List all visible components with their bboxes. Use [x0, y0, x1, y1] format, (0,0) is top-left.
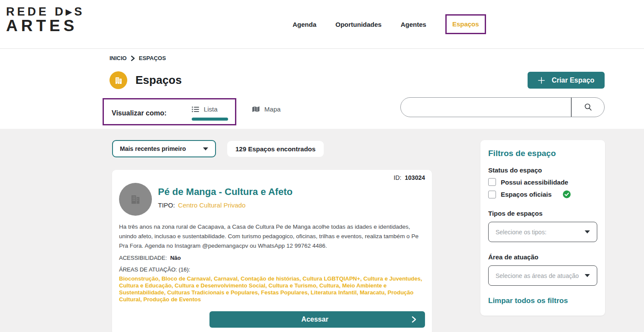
chevron-right-icon: [131, 55, 135, 61]
breadcrumb: INICIO ESPAÇOS: [109, 55, 605, 61]
acessar-button[interactable]: Acessar: [209, 311, 425, 328]
tab-lista[interactable]: Lista: [192, 105, 228, 121]
espaco-type-label: TIPO:: [158, 201, 175, 209]
annotation-highlight-view-toggle: Visualizar como: Lista: [103, 98, 236, 125]
checkbox-label: Possui acessibilidade: [501, 179, 568, 186]
nav-item-oportunidades[interactable]: Oportunidades: [335, 21, 382, 28]
areas-label: ÁREAS DE ATUAÇÃO: (16):: [119, 266, 425, 273]
plus-icon: [538, 77, 545, 84]
breadcrumb-home[interactable]: INICIO: [109, 55, 127, 61]
types-select-placeholder: Selecione os tipos:: [496, 229, 547, 236]
accessibility-label: ACESSIBILIDADE:: [119, 255, 167, 261]
types-section-label: Tipos de espaços: [488, 210, 597, 217]
page-title: Espaços: [135, 73, 182, 87]
results-count-badge: 129 Espaços encontrados: [227, 141, 324, 157]
nav-item-espacos[interactable]: Espaços: [452, 20, 479, 28]
create-espaco-label: Criar Espaço: [552, 77, 595, 84]
view-toggle-label: Visualizar como:: [112, 109, 167, 117]
content-area: Mais recentes primeiro 129 Espaços encon…: [0, 129, 644, 332]
sort-dropdown[interactable]: Mais recentes primeiro: [112, 140, 216, 157]
sort-dropdown-value: Mais recentes primeiro: [120, 145, 186, 152]
accessibility-value: Não: [170, 255, 181, 261]
search-input[interactable]: [401, 98, 571, 117]
list-icon: [192, 106, 200, 112]
area-select-placeholder: Selecione as áreas de atuação: [496, 272, 579, 279]
area-section-label: Área de atuação: [488, 253, 597, 261]
tab-mapa-label: Mapa: [264, 105, 281, 113]
annotation-highlight-espacos: Espaços: [445, 14, 486, 34]
espacos-page-icon: [109, 71, 127, 89]
espaco-type-value[interactable]: Centro Cultural Privado: [178, 201, 245, 209]
chevron-right-icon: [412, 316, 416, 323]
chevron-down-icon: [585, 274, 590, 277]
area-select[interactable]: Selecione as áreas de atuação: [488, 265, 597, 286]
chevron-down-icon: [585, 230, 590, 233]
search-bar: [400, 97, 605, 117]
top-header: REDE D▸S ARTES Agenda Oportunidades Agen…: [0, 0, 644, 49]
clear-filters-link[interactable]: Limpar todos os filtros: [488, 297, 597, 305]
nav-item-agenda[interactable]: Agenda: [293, 21, 316, 28]
logo-line1: REDE D▸S: [6, 5, 85, 18]
types-select[interactable]: Selecione os tipos:: [488, 222, 597, 242]
breadcrumb-current: ESPAÇOS: [139, 55, 166, 61]
espaco-id-label: ID:: [394, 174, 402, 181]
sort-row: Mais recentes primeiro 129 Espaços encon…: [112, 140, 432, 157]
active-tab-underline: [192, 118, 228, 121]
espaco-card-header: Pé de Manga - Cultura e Afeto TIPO: Cent…: [119, 183, 425, 216]
map-icon: [252, 106, 260, 112]
filter-espacos-oficiais[interactable]: Espaços oficiais: [488, 190, 597, 198]
checkbox-espacos-oficiais[interactable]: [488, 191, 496, 198]
tab-mapa[interactable]: Mapa: [252, 105, 281, 113]
filters-title: Filtros de espaço: [488, 149, 597, 158]
areas-links[interactable]: Bioconstrução, Bloco de Carnaval, Carnav…: [119, 275, 425, 303]
title-row: Espaços Criar Espaço: [109, 71, 605, 89]
filters-panel: Filtros de espaço Status do espaço Possu…: [480, 140, 605, 316]
page-header-section: INICIO ESPAÇOS Espaços Criar Espaço: [0, 49, 644, 129]
chevron-down-icon: [203, 147, 208, 150]
checkbox-possui-acessibilidade[interactable]: [488, 178, 496, 186]
site-logo[interactable]: REDE D▸S ARTES: [6, 5, 85, 34]
espaco-avatar: [119, 183, 152, 216]
results-column: Mais recentes primeiro 129 Espaços encon…: [112, 140, 432, 332]
espaco-accessibility: ACESSIBILIDADE: Não: [119, 255, 425, 261]
logo-line2: ARTES: [6, 18, 85, 34]
create-espaco-button[interactable]: Criar Espaço: [528, 72, 605, 89]
search-button[interactable]: [571, 98, 604, 117]
espaco-id-value: 103024: [405, 174, 425, 181]
checkbox-label: Espaços oficiais: [501, 191, 552, 198]
espaco-type: TIPO: Centro Cultural Privado: [158, 201, 293, 209]
filter-possui-acessibilidade[interactable]: Possui acessibilidade: [488, 178, 597, 186]
tab-lista-label: Lista: [204, 105, 218, 113]
status-section-label: Status do espaço: [488, 166, 597, 174]
toolbar-row: Visualizar como: Lista Mapa: [0, 98, 644, 125]
building-icon: [114, 76, 123, 85]
espaco-id: ID: 103024: [119, 174, 425, 181]
search-icon: [584, 103, 592, 112]
nav-item-agentes[interactable]: Agentes: [401, 21, 426, 28]
espaco-title[interactable]: Pé de Manga - Cultura e Afeto: [158, 186, 293, 198]
verified-check-icon: [563, 190, 571, 198]
espaco-description: Ha três anos na zona rural de Cacapava, …: [119, 222, 425, 251]
espaco-card: ID: 103024 Pé de Manga - Cultura e Afeto: [112, 170, 432, 332]
acessar-label: Acessar: [218, 316, 412, 323]
main-nav: Agenda Oportunidades Agentes Espaços: [293, 0, 486, 48]
building-icon: [130, 194, 141, 205]
